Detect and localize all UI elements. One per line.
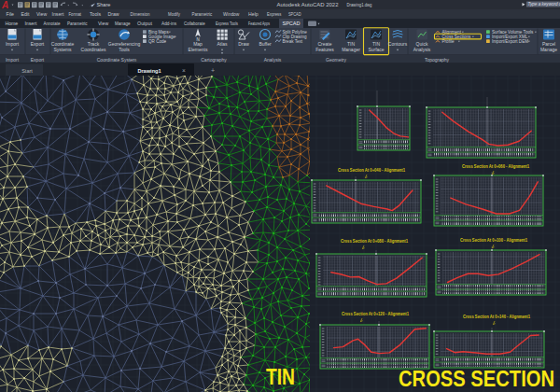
svg-text:Output: Output [137, 21, 153, 26]
svg-text:Insert: Insert [24, 21, 37, 26]
svg-text:Drawing1.dwg: Drawing1.dwg [347, 2, 372, 7]
svg-text:+: + [211, 67, 215, 74]
svg-text:Break Text: Break Text [283, 39, 303, 44]
svg-text:Analysis: Analysis [264, 57, 282, 63]
svg-text:CROSS SECTION: CROSS SECTION [399, 366, 554, 391]
svg-text:View: View [36, 11, 47, 17]
svg-text:Collaborate: Collaborate [184, 21, 205, 26]
svg-text:Annotate: Annotate [44, 21, 61, 26]
svg-text:Topography: Topography [425, 57, 450, 63]
svg-text:Window: Window [223, 11, 240, 17]
svg-text:Cross Section At 0+040 - Align: Cross Section At 0+040 - Alignment1 [338, 167, 405, 173]
svg-text:Coordinates: Coordinates [81, 47, 106, 52]
svg-text:Add-ins: Add-ins [161, 21, 176, 26]
svg-text:Profile: Profile [442, 39, 455, 44]
svg-text:Tools: Tools [90, 11, 102, 17]
svg-text:Insert: Insert [52, 11, 65, 17]
svg-text:Cross Section At 0+140 - Align: Cross Section At 0+140 - Alignment1 [463, 314, 530, 319]
svg-text:Buffer: Buffer [259, 41, 272, 47]
svg-text:Help: Help [248, 11, 259, 17]
svg-text:Features: Features [315, 47, 334, 52]
svg-text:Export: Export [31, 57, 45, 63]
svg-text:Dimension: Dimension [131, 11, 150, 17]
svg-text:Coordinate System: Coordinate System [97, 57, 137, 63]
svg-text:Import: Import [6, 57, 20, 63]
svg-text:Atlas: Atlas [217, 41, 228, 47]
svg-text:Start: Start [21, 68, 33, 74]
svg-text:Draw: Draw [238, 41, 249, 47]
svg-text:File: File [7, 11, 14, 17]
svg-text:Manager: Manager [342, 47, 360, 52]
svg-text:Cross Section At 0+100 - Align: Cross Section At 0+100 - Alignment1 [460, 237, 527, 243]
svg-text:Analysis: Analysis [413, 47, 431, 52]
svg-text:TIN: TIN [266, 365, 295, 389]
svg-text:SPCAD: SPCAD [288, 11, 301, 17]
svg-text:Modify: Modify [168, 11, 180, 17]
svg-text:Draw: Draw [108, 11, 119, 17]
svg-text:Express Tools: Express Tools [216, 21, 238, 26]
svg-text:Cartography: Cartography [201, 57, 227, 63]
svg-text:SPCAD: SPCAD [283, 21, 301, 26]
svg-text:Format: Format [69, 11, 82, 17]
svg-text:Geometry: Geometry [326, 57, 346, 63]
svg-text:Express: Express [267, 11, 282, 17]
svg-text:Parametric: Parametric [192, 11, 213, 17]
svg-text:Surface: Surface [368, 47, 384, 52]
svg-text:Elements: Elements [189, 47, 208, 52]
svg-text:Tools: Tools [119, 47, 130, 52]
svg-text:QR Code: QR Code [148, 39, 167, 44]
svg-text:Cross Section At 0+080 - Align: Cross Section At 0+080 - Alignment1 [341, 238, 408, 244]
svg-text:Type a keyword or p: Type a keyword or p [528, 2, 560, 7]
svg-text:View: View [98, 21, 108, 26]
svg-text:Systems: Systems [53, 47, 72, 52]
svg-text:Drawing1: Drawing1 [137, 68, 161, 74]
svg-text:Cross Section At 0+120 - Align: Cross Section At 0+120 - Alignment1 [342, 311, 409, 316]
svg-text:Share: Share [97, 2, 111, 7]
svg-text:Parametric: Parametric [67, 21, 88, 26]
svg-text:×: × [182, 67, 186, 74]
svg-text:Autodesk AutoCAD 2022: Autodesk AutoCAD 2022 [277, 2, 339, 7]
svg-text:Edit: Edit [21, 11, 30, 17]
svg-text:Manage: Manage [115, 21, 131, 26]
svg-text:Export: Export [31, 41, 45, 47]
svg-text:A: A [1, 0, 8, 10]
svg-text:Manage: Manage [540, 47, 557, 52]
svg-text:Import: Import [6, 41, 20, 47]
svg-text:Import/Export DEM: Import/Export DEM [492, 39, 528, 44]
svg-text:Featured Apps: Featured Apps [248, 21, 270, 26]
svg-text:Contours: Contours [388, 41, 408, 47]
svg-text:Home: Home [5, 21, 18, 26]
svg-text:Cross Section At 0+060 - Align: Cross Section At 0+060 - Alignment1 [462, 163, 529, 169]
